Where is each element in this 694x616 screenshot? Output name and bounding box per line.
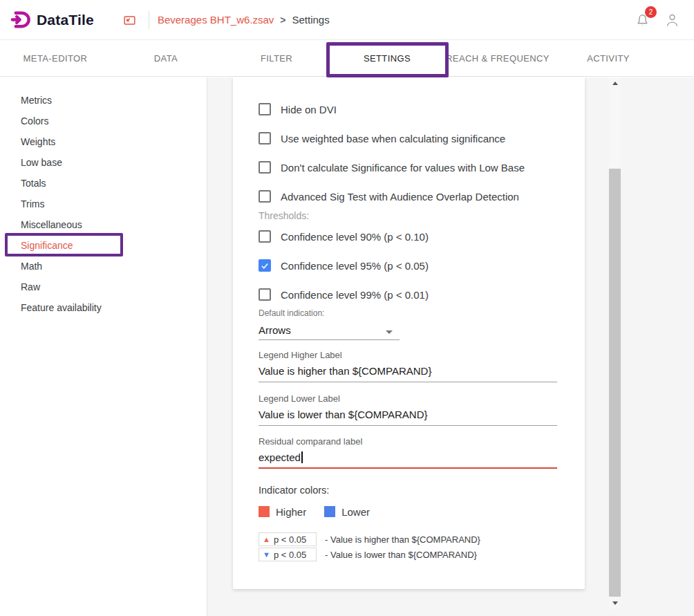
sidebar-item-weights[interactable]: Weights — [0, 131, 207, 152]
breadcrumb-project[interactable]: Beverages BHT_w6.zsav — [158, 14, 274, 26]
residual-comparand-label: Residual comparand label — [259, 436, 585, 447]
breadcrumb: Beverages BHT_w6.zsav > Settings — [158, 14, 330, 26]
logo-text: DataTile — [37, 12, 94, 28]
sidebar-item-trims[interactable]: Trims — [0, 194, 207, 214]
scroll-down-arrow-icon — [612, 601, 618, 605]
notifications-button[interactable]: 2 — [635, 12, 650, 28]
indicator-color-swatches: Higher Lower — [259, 505, 585, 519]
tab-activity[interactable]: ACTIVITY — [553, 40, 664, 76]
settings-main: Hide on DVI Use weighted base when calcu… — [207, 77, 694, 616]
tab-data[interactable]: DATA — [111, 40, 221, 76]
checkbox-icon — [259, 132, 271, 144]
legend-higher-input[interactable]: Value is higher than ${COMPARAND} — [259, 365, 557, 382]
checkbox-label: Hide on DVI — [281, 104, 337, 115]
checkbox-icon — [259, 259, 271, 272]
datatile-logo-icon — [10, 10, 32, 30]
checkbox-label: Confidence level 90% (p < 0.10) — [281, 231, 429, 243]
checkbox-label: Confidence level 95% (p < 0.05) — [281, 260, 429, 272]
tab-meta-editor[interactable]: META-EDITOR — [0, 40, 111, 76]
breadcrumb-page: Settings — [292, 14, 330, 26]
person-icon — [664, 12, 680, 28]
legend-chip-higher: ▲ p < 0.05 — [259, 532, 317, 546]
lower-swatch-label: Lower — [341, 506, 370, 518]
scroll-down-button[interactable] — [609, 597, 621, 609]
header-divider — [149, 11, 149, 29]
higher-color-swatch[interactable] — [259, 506, 270, 517]
input-value: Value is lower than ${COMPARAND} — [259, 409, 428, 420]
tab-label: FILTER — [261, 53, 292, 64]
checkbox-confidence-99[interactable]: Confidence level 99% (p < 0.01) — [259, 288, 429, 301]
folder-back-icon — [122, 12, 138, 28]
tab-reach-frequency[interactable]: REACH & FREQUENCY — [442, 40, 553, 76]
scrollbar-thumb[interactable] — [609, 169, 621, 597]
checkbox-icon — [259, 230, 271, 243]
tab-label: ACTIVITY — [587, 53, 630, 64]
chevron-down-icon — [386, 330, 393, 334]
significance-settings-panel: Hide on DVI Use weighted base when calcu… — [233, 77, 585, 589]
legend-lower-input[interactable]: Value is lower than ${COMPARAND} — [259, 409, 557, 426]
app-header: DataTile Beverages BHT_w6.zsav > Setting… — [0, 0, 694, 40]
checkbox-icon — [259, 190, 271, 203]
vertical-scrollbar[interactable] — [609, 77, 621, 609]
legend-preview-lower: ▼ p < 0.05 - Value is lower than ${COMPA… — [259, 548, 585, 561]
sidebar-item-math[interactable]: Math — [0, 256, 207, 277]
checkbox-icon — [259, 103, 271, 115]
legend-chip-lower: ▼ p < 0.05 — [259, 548, 317, 561]
legend-threshold: p < 0.05 — [274, 550, 306, 560]
input-value: expected — [259, 451, 301, 463]
up-triangle-icon: ▲ — [263, 536, 270, 543]
sidebar-item-raw[interactable]: Raw — [0, 277, 207, 297]
checkbox-confidence-90[interactable]: Confidence level 90% (p < 0.10) — [259, 230, 429, 243]
legend-description: - Value is higher than ${COMPARAND} — [325, 534, 480, 545]
account-button[interactable] — [664, 12, 680, 28]
checkbox-hide-on-dvi[interactable]: Hide on DVI — [259, 103, 337, 115]
legend-lower-label: Legend Lower Label — [259, 393, 585, 404]
tab-filter[interactable]: FILTER — [221, 40, 332, 76]
main-tabbar: META-EDITOR DATA FILTER SETTINGS REACH &… — [0, 40, 694, 77]
breadcrumb-chevron-icon: > — [280, 15, 285, 26]
checkbox-icon — [259, 288, 271, 301]
sidebar-item-low-base[interactable]: Low base — [0, 152, 207, 173]
project-folder-button[interactable] — [122, 12, 138, 28]
default-indication-select[interactable]: Arrows — [259, 324, 400, 340]
sidebar-item-metrics[interactable]: Metrics — [0, 90, 207, 111]
select-value: Arrows — [259, 324, 291, 336]
scroll-up-button[interactable] — [609, 77, 621, 89]
checkbox-label: Use weighted base when calculating signi… — [281, 133, 505, 144]
notification-badge: 2 — [645, 6, 657, 18]
tab-settings[interactable]: SETTINGS — [332, 40, 442, 76]
text-cursor — [301, 451, 303, 463]
checkbox-weighted-base[interactable]: Use weighted base when calculating signi… — [259, 132, 505, 144]
down-triangle-icon: ▼ — [263, 551, 270, 559]
sidebar-item-miscellaneous[interactable]: Miscellaneous — [0, 214, 207, 235]
higher-swatch-label: Higher — [276, 506, 306, 518]
settings-sidebar: Metrics Colors Weights Low base Totals T… — [0, 77, 207, 616]
tab-label: SETTINGS — [364, 53, 411, 64]
tab-label: REACH & FREQUENCY — [446, 53, 550, 64]
tab-label: META-EDITOR — [24, 53, 88, 64]
thresholds-label: Thresholds: — [259, 209, 585, 223]
residual-comparand-input[interactable]: expected — [259, 451, 557, 469]
sidebar-item-feature-availability[interactable]: Feature availability — [0, 297, 207, 318]
default-indication-label: Default indication: — [259, 308, 585, 318]
lower-color-swatch[interactable] — [324, 506, 335, 517]
legend-description: - Value is lower than ${COMPARAND} — [325, 550, 477, 560]
legend-threshold: p < 0.05 — [274, 534, 306, 545]
content-area: Metrics Colors Weights Low base Totals T… — [0, 77, 694, 616]
checkbox-advanced-sig-test[interactable]: Advanced Sig Test with Audience Overlap … — [259, 190, 519, 203]
indicator-colors-label: Indicator colors: — [259, 483, 585, 497]
checkbox-label: Don't calculate Significance for values … — [281, 162, 525, 174]
checkbox-label: Confidence level 99% (p < 0.01) — [281, 289, 429, 301]
sidebar-item-colors[interactable]: Colors — [0, 111, 207, 131]
scroll-up-arrow-icon — [612, 82, 618, 85]
checkbox-label: Advanced Sig Test with Audience Overlap … — [281, 191, 519, 203]
app-logo[interactable]: DataTile — [10, 10, 94, 30]
checkbox-confidence-95[interactable]: Confidence level 95% (p < 0.05) — [259, 259, 429, 272]
checkbox-no-significance-low-base[interactable]: Don't calculate Significance for values … — [259, 161, 525, 174]
legend-higher-label: Legend Higher Label — [259, 350, 585, 361]
checkbox-icon — [259, 161, 271, 174]
sidebar-item-significance[interactable]: Significance — [0, 235, 207, 256]
sidebar-item-totals[interactable]: Totals — [0, 173, 207, 194]
app-window: DataTile Beverages BHT_w6.zsav > Setting… — [0, 0, 694, 616]
legend-preview-higher: ▲ p < 0.05 - Value is higher than ${COMP… — [259, 532, 585, 546]
